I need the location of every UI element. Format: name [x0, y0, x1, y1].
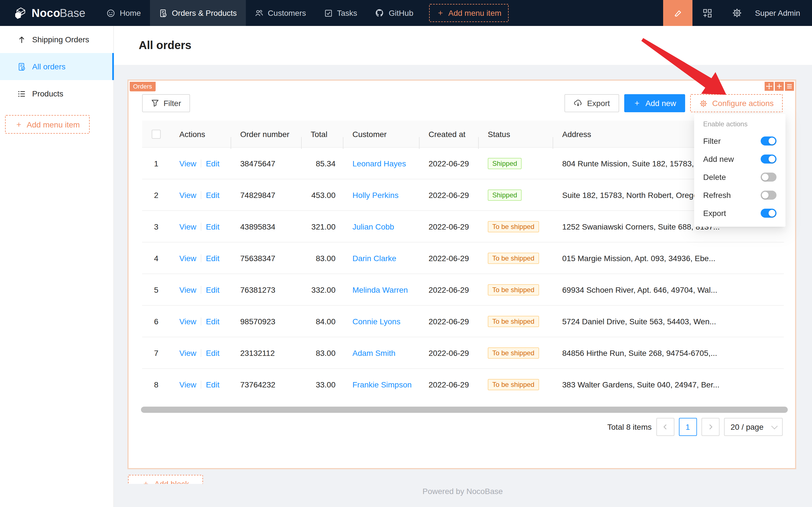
address-cell: 84856 Hirthe Run, Suite 268, 94754-6705,…	[553, 348, 784, 357]
horizontal-scrollbar[interactable]	[141, 407, 788, 413]
view-link[interactable]: View	[179, 348, 196, 357]
created-at-cell: 2022-06-29	[419, 222, 479, 231]
status-cell: To be shipped	[479, 316, 553, 327]
dropdown-item-add-new[interactable]: Add new	[694, 150, 786, 168]
nav-item-label: Orders & Products	[172, 8, 237, 17]
view-link[interactable]: View	[179, 285, 196, 294]
add-block-button[interactable]: ＋ Add block	[128, 475, 203, 484]
add-block-icon[interactable]	[775, 82, 784, 91]
export-button[interactable]: Export	[565, 94, 619, 112]
add-new-button[interactable]: ＋ Add new	[624, 94, 685, 112]
page-number-button[interactable]: 1	[679, 418, 697, 436]
nav-item-customers[interactable]: Customers	[246, 0, 315, 26]
page-size-select[interactable]: 20 / page	[724, 418, 783, 436]
dropdown-item-filter[interactable]: Filter	[694, 132, 786, 150]
edit-link[interactable]: Edit	[206, 222, 219, 231]
plugin-blocks-button[interactable]	[692, 0, 722, 26]
edit-link[interactable]: Edit	[206, 190, 219, 200]
status-badge: To be shipped	[488, 379, 539, 390]
customer-cell: Connie Lyons	[343, 317, 419, 326]
configure-actions-label: Configure actions	[712, 99, 774, 108]
customer-cell: Julian Cobb	[343, 222, 419, 231]
toggle-switch[interactable]	[761, 209, 776, 218]
edit-link[interactable]: Edit	[206, 380, 219, 389]
created-at-cell: 2022-06-29	[419, 253, 479, 263]
cube-logo-icon	[14, 6, 27, 19]
edit-link[interactable]: Edit	[206, 253, 219, 263]
filter-button[interactable]: Filter	[142, 94, 190, 112]
nav-item-github[interactable]: GitHub	[366, 0, 422, 26]
sidebar-item-label: Shipping Orders	[32, 35, 89, 44]
customer-link[interactable]: Leonard Hayes	[352, 159, 406, 168]
settings-gear-button[interactable]	[722, 0, 752, 26]
customer-cell: Adam Smith	[343, 348, 419, 357]
view-link[interactable]: View	[179, 317, 196, 326]
nocobase-logo[interactable]: NocoBase	[0, 0, 98, 26]
pagination-total: Total 8 items	[607, 422, 651, 432]
status-cell: To be shipped	[479, 221, 553, 232]
edit-link[interactable]: Edit	[206, 285, 219, 294]
row-index: 8	[142, 380, 170, 389]
drag-handle-icon[interactable]	[765, 82, 774, 91]
user-menu[interactable]: Super Admin	[752, 8, 812, 17]
nav-add-menu-item-button[interactable]: ＋ Add menu item	[429, 4, 509, 22]
page-header: All orders	[113, 26, 812, 65]
nav-item-home[interactable]: Home	[98, 0, 150, 26]
select-all-checkbox[interactable]	[152, 130, 161, 139]
customer-link[interactable]: Julian Cobb	[352, 222, 394, 231]
sidebar-add-menu-item-button[interactable]: ＋ Add menu item	[5, 115, 90, 134]
view-link[interactable]: View	[179, 380, 196, 389]
configure-actions-button[interactable]: Configure actions	[690, 94, 783, 112]
customer-link[interactable]: Holly Perkins	[352, 190, 398, 200]
toggle-switch[interactable]	[761, 136, 776, 146]
order-number-cell: 76381273	[231, 285, 302, 294]
edit-link[interactable]: Edit	[206, 159, 219, 168]
pagination: Total 8 items 1 20 / page	[607, 418, 783, 435]
export-label: Export	[587, 99, 610, 108]
add-block-clip: ＋ Add block	[128, 475, 203, 484]
row-actions: ViewEdit	[170, 222, 231, 231]
block-menu-icon[interactable]	[785, 82, 794, 91]
customer-link[interactable]: Frankie Simpson	[352, 380, 412, 389]
sidebar-item-shipping-orders[interactable]: Shipping Orders	[0, 26, 113, 53]
sidebar-item-all-orders[interactable]: All orders	[0, 53, 113, 80]
customer-link[interactable]: Melinda Warren	[352, 285, 408, 294]
view-link[interactable]: View	[179, 190, 196, 200]
customer-link[interactable]: Adam Smith	[352, 348, 396, 357]
status-badge: To be shipped	[488, 284, 539, 295]
nav-item-orders-products[interactable]: Orders & Products	[150, 0, 246, 26]
edit-link[interactable]: Edit	[206, 348, 219, 357]
nav-add-label: Add menu item	[448, 8, 501, 17]
plus-icon: ＋	[15, 119, 23, 129]
row-index: 1	[142, 159, 170, 168]
configure-actions-dropdown: Enable actions Filter Add new Delete Ref…	[694, 114, 786, 227]
sidebar-item-label: All orders	[32, 62, 65, 71]
prev-page-button[interactable]	[656, 418, 674, 436]
sidebar-item-products[interactable]: Products	[0, 80, 113, 107]
customer-link[interactable]: Darin Clarke	[352, 253, 396, 263]
next-page-button[interactable]	[701, 418, 719, 436]
toggle-switch[interactable]	[761, 190, 776, 200]
nav-item-label: GitHub	[389, 8, 413, 17]
status-cell: Shipped	[479, 158, 553, 169]
view-link[interactable]: View	[179, 222, 196, 231]
status-cell: To be shipped	[479, 252, 553, 264]
created-at-cell: 2022-06-29	[419, 190, 479, 200]
customer-link[interactable]: Connie Lyons	[352, 317, 400, 326]
status-badge: To be shipped	[488, 221, 539, 232]
toggle-switch[interactable]	[761, 173, 776, 182]
ui-editor-button[interactable]	[663, 0, 692, 26]
edit-link[interactable]: Edit	[206, 317, 219, 326]
dropdown-item-label: Export	[703, 209, 726, 218]
toggle-switch[interactable]	[761, 155, 776, 164]
row-index: 3	[142, 222, 170, 231]
dropdown-item-refresh[interactable]: Refresh	[694, 186, 786, 204]
status-cell: To be shipped	[479, 284, 553, 295]
dropdown-item-export[interactable]: Export	[694, 204, 786, 222]
nav-item-tasks[interactable]: Tasks	[315, 0, 366, 26]
view-link[interactable]: View	[179, 159, 196, 168]
arrow-up-icon	[17, 35, 26, 44]
view-link[interactable]: View	[179, 253, 196, 263]
dropdown-item-delete[interactable]: Delete	[694, 168, 786, 186]
dropdown-item-label: Delete	[703, 173, 726, 182]
